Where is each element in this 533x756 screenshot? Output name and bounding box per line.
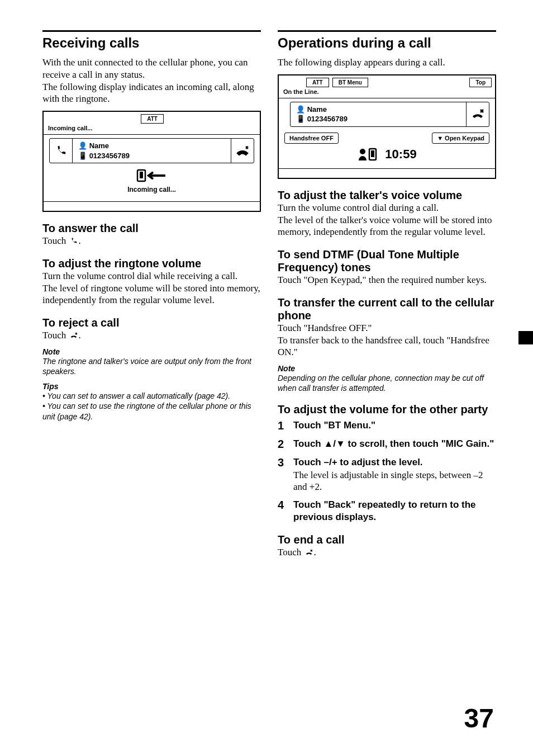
svg-rect-4 [371, 150, 374, 157]
answer-inline-icon [69, 237, 79, 245]
heading-end-call: To end a call [278, 533, 496, 546]
caller-info: 👤 Name 📱 0123456789 [291, 102, 467, 126]
status-text: On the Line. [279, 88, 495, 97]
person-icon: 👤 [78, 141, 87, 150]
bt-menu-button[interactable]: BT Menu [332, 78, 368, 87]
paragraph: Turn the volume control dial while recei… [42, 270, 261, 282]
att-button[interactable]: ATT [141, 114, 164, 124]
status-text: Incoming call... [44, 125, 260, 133]
heading-operations-during-call: Operations during a call [278, 35, 496, 51]
caller-number: 0123456789 [307, 115, 348, 123]
heading-ringtone-volume: To adjust the ringtone volume [42, 257, 261, 270]
heading-other-party-volume: To adjust the volume for the other party [278, 403, 496, 416]
section-rule [278, 30, 496, 32]
caller-card: 👤 Name 📱 0123456789 [290, 102, 489, 127]
step-item: 1Touch "BT Menu." [278, 419, 496, 432]
reject-icon[interactable] [231, 144, 254, 158]
handsfree-off-button[interactable]: Handsfree OFF [284, 133, 339, 144]
svg-point-2 [360, 149, 365, 154]
heading-dtmf: To send DTMF (Dual Tone Multiple Frequen… [278, 248, 496, 274]
paragraph: Touch "Open Keypad," then the required n… [278, 274, 496, 286]
note-text: Depending on the cellular phone, connect… [278, 373, 496, 393]
heading-reject-call: To reject a call [42, 316, 261, 329]
heading-receiving-calls: Receiving calls [42, 35, 261, 51]
in-call-icon [357, 147, 379, 162]
paragraph: Turn the volume control dial during a ca… [278, 202, 496, 214]
incoming-call-screen: ATT Incoming call... 👤 Name 📱 0123456789 [42, 111, 261, 212]
heading-talker-volume: To adjust the talker's voice volume [278, 189, 496, 202]
caller-name: Name [307, 105, 327, 114]
caller-number: 0123456789 [89, 152, 130, 160]
reject-inline-icon [69, 332, 79, 339]
tips-label: Tips [42, 382, 261, 391]
person-icon: 👤 [296, 105, 305, 114]
steps-list: 1Touch "BT Menu." 2Touch ▲/▼ to scroll, … [278, 419, 496, 523]
paragraph: To transfer back to the handsfree call, … [278, 334, 496, 359]
page-edge-tab [518, 331, 533, 344]
paragraph: The following display appears during a c… [278, 56, 496, 69]
paragraph: Touch . [278, 546, 496, 559]
tip-item: You can set to use the ringtone of the c… [42, 401, 261, 421]
caller-info: 👤 Name 📱 0123456789 [72, 139, 231, 163]
page-number: 37 [464, 703, 494, 734]
section-rule [42, 30, 261, 32]
left-column: Receiving calls With the unit connected … [42, 30, 261, 559]
top-button[interactable]: Top [469, 78, 492, 87]
paragraph: Touch . [42, 235, 261, 247]
paragraph: The following display indicates an incom… [42, 81, 261, 106]
paragraph: The level of the talker's voice volume w… [278, 214, 496, 239]
note-label: Note [42, 347, 261, 356]
paragraph: Touch "Handsfree OFF." [278, 322, 496, 334]
caller-card: 👤 Name 📱 0123456789 [49, 138, 254, 163]
call-time: 10:59 [385, 147, 416, 162]
during-call-screen: ATT BT Menu Top On the Line. 👤 Name 📱 01… [278, 74, 496, 179]
att-button[interactable]: ATT [306, 78, 329, 87]
svg-rect-1 [140, 172, 143, 178]
heading-transfer-call: To transfer the current call to the cell… [278, 296, 496, 322]
note-label: Note [278, 364, 496, 373]
step-item: 3Touch –/+ to adjust the level.The level… [278, 456, 496, 493]
tips-list: You can set to answer a call automatical… [42, 391, 261, 422]
paragraph: The level of ringtone volume will be sto… [42, 282, 261, 307]
right-column: Operations during a call The following d… [278, 30, 496, 559]
paragraph: Touch . [42, 329, 261, 342]
end-call-inline-icon [304, 549, 314, 556]
incoming-indicator: Incoming call... [44, 168, 260, 193]
heading-answer-call: To answer the call [42, 222, 261, 235]
step-item: 4Touch "Back" repeatedly to return to th… [278, 499, 496, 523]
open-keypad-button[interactable]: ▼ Open Keypad [432, 133, 489, 144]
end-call-icon[interactable] [467, 107, 489, 121]
answer-icon[interactable] [50, 145, 72, 157]
incoming-label: Incoming call... [44, 186, 260, 193]
phone-small-icon: 📱 [296, 115, 305, 123]
tip-item: You can set to answer a call automatical… [42, 391, 261, 401]
step-item: 2Touch ▲/▼ to scroll, then touch "MIC Ga… [278, 438, 496, 451]
phone-small-icon: 📱 [78, 152, 87, 160]
paragraph: With the unit connected to the cellular … [42, 56, 261, 81]
note-text: The ringtone and talker's voice are outp… [42, 356, 261, 376]
caller-name: Name [89, 141, 109, 150]
